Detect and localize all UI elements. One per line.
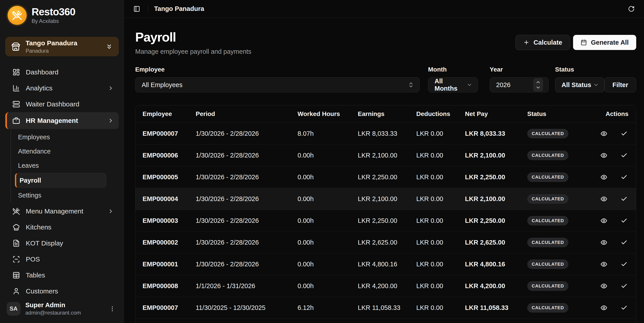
calendar-icon [580, 39, 587, 45]
period-cell: 1/30/2026 - 2/28/2026 [196, 261, 298, 268]
period-cell: 1/30/2026 - 2/28/2026 [196, 152, 298, 159]
employee-id-cell: EMP000006 [142, 152, 196, 159]
status-badge: CALCULATED [527, 303, 568, 313]
check-icon [621, 283, 628, 290]
approve-button[interactable] [620, 216, 628, 225]
status-badge: CALCULATED [527, 129, 568, 138]
refresh-button[interactable] [627, 4, 636, 13]
sidebar-item-label: KOT Display [26, 240, 114, 247]
sidebar-subitem-employees[interactable]: Employees [5, 130, 119, 144]
eye-icon [600, 217, 607, 224]
year-filter-label: Year [490, 66, 548, 73]
worked-hours-cell: 6.12h [298, 304, 358, 312]
sidebar-item-tables[interactable]: Tables [5, 267, 119, 283]
status-badge: CALCULATED [527, 216, 568, 226]
month-select[interactable]: All Months [428, 77, 478, 92]
month-filter-label: Month [428, 66, 478, 73]
chevron-right-icon [108, 208, 114, 214]
app-name: Resto360 [32, 6, 76, 17]
subitem-label: Leaves [18, 162, 39, 169]
sidebar-subitem-settings[interactable]: Settings [5, 188, 119, 202]
employee-id-cell: EMP000002 [142, 239, 196, 246]
approve-button[interactable] [620, 282, 628, 290]
more-vertical-icon[interactable] [107, 304, 118, 314]
sidebar-item-kot-display[interactable]: KOT Display [5, 235, 119, 251]
sidebar-item-hr-management[interactable]: HR Management [5, 112, 119, 129]
chevron-right-icon [108, 85, 114, 91]
generate-all-label: Generate All [591, 39, 629, 46]
sidebar: Resto360 By Acxilabs Tango Panadura Pana… [0, 0, 124, 323]
approve-button[interactable] [620, 173, 628, 182]
view-payslip-button[interactable] [600, 129, 608, 138]
sidebar-item-customers[interactable]: Customers [5, 283, 119, 299]
worked-hours-cell: 0.00h [298, 282, 358, 290]
view-payslip-button[interactable] [600, 282, 608, 290]
view-payslip-button[interactable] [600, 238, 608, 247]
plus-icon [523, 39, 530, 45]
sidebar-toggle-button[interactable] [132, 4, 142, 13]
employee-select-value: All Employees [142, 81, 408, 89]
scan-icon [12, 256, 20, 263]
check-icon [621, 239, 628, 246]
view-payslip-button[interactable] [600, 151, 608, 160]
deductions-cell: LKR 0.00 [416, 217, 465, 224]
column-header: Employee [142, 110, 196, 117]
employee-select[interactable]: All Employees [135, 77, 420, 92]
view-payslip-button[interactable] [600, 173, 608, 182]
approve-button[interactable] [620, 304, 628, 312]
sidebar-subitem-payroll[interactable]: Payroll [15, 173, 106, 188]
sidebar-item-menu-management[interactable]: Menu Management [5, 203, 119, 219]
approve-button[interactable] [620, 151, 628, 160]
table-header-row: Employee Period Worked Hours Earnings De… [136, 105, 636, 123]
approve-button[interactable] [620, 260, 628, 269]
year-input[interactable]: 2026 [490, 77, 548, 92]
view-payslip-button[interactable] [600, 216, 608, 225]
sidebar-subitem-leaves[interactable]: Leaves [5, 158, 119, 173]
sidebar-item-label: Menu Management [26, 208, 102, 215]
filter-button[interactable]: Filter [604, 77, 636, 92]
sidebar-item-kitchens[interactable]: Kitchens [5, 219, 119, 235]
restaurant-location: Panadura [26, 48, 100, 54]
generate-all-button[interactable]: Generate All [573, 35, 636, 50]
view-payslip-button[interactable] [600, 260, 608, 269]
restaurant-selector[interactable]: Tango Panadura Panadura [5, 37, 119, 56]
utensils-crossed-icon [12, 208, 20, 215]
calculate-label: Calculate [534, 39, 562, 46]
status-badge: CALCULATED [527, 194, 568, 204]
approve-button[interactable] [620, 195, 628, 203]
approve-button[interactable] [620, 238, 628, 247]
approve-button[interactable] [620, 129, 628, 138]
sidebar-item-dashboard[interactable]: Dashboard [5, 64, 119, 80]
period-cell: 1/30/2026 - 2/28/2026 [196, 239, 298, 246]
calculate-button[interactable]: Calculate [516, 35, 570, 50]
topbar: Tango Panadura [124, 0, 644, 18]
period-cell: 11/30/2025 - 12/30/2025 [196, 304, 298, 312]
status-select[interactable]: All Status [555, 77, 604, 92]
eye-icon [600, 304, 607, 311]
sidebar-nav: Dashboard Analytics Waiter Dashboard HR … [5, 64, 119, 299]
user-profile[interactable]: SA Super Admin admin@restaurant.com [5, 299, 119, 318]
topbar-divider [148, 5, 148, 12]
period-cell: 1/1/2026 - 1/31/2026 [196, 282, 298, 290]
check-icon [621, 130, 628, 137]
column-header: Net Pay [465, 110, 527, 117]
worked-hours-cell: 8.07h [298, 130, 358, 137]
view-payslip-button[interactable] [600, 304, 608, 312]
check-icon [621, 196, 628, 202]
employee-id-cell: EMP000007 [142, 304, 196, 312]
check-icon [621, 174, 628, 181]
sidebar-item-waiter-dashboard[interactable]: Waiter Dashboard [5, 96, 119, 112]
eye-icon [600, 152, 607, 159]
check-icon [621, 152, 628, 159]
store-icon [11, 42, 20, 51]
earnings-cell: LKR 2,250.00 [358, 217, 416, 224]
avatar: SA [7, 302, 20, 316]
net-pay-cell: LKR 4,200.00 [465, 282, 527, 290]
view-payslip-button[interactable] [600, 195, 608, 203]
sidebar-item-pos[interactable]: POS [5, 251, 119, 267]
sidebar-item-analytics[interactable]: Analytics [5, 80, 119, 96]
chevron-down-icon [593, 82, 599, 88]
sidebar-subitem-attendance[interactable]: Attendance [5, 144, 119, 158]
table-row: EMP000001 1/30/2026 - 2/28/2026 0.00h LK… [136, 254, 636, 275]
year-spinner[interactable] [533, 78, 543, 91]
